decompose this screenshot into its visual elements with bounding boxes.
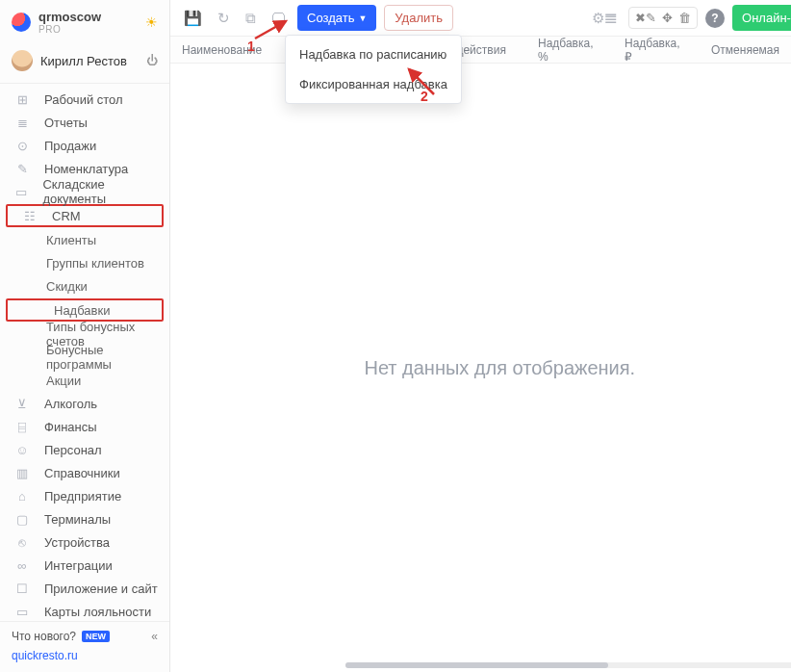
nav-item-icon: ⊞	[13, 92, 31, 107]
nav-item-icon: ▭	[13, 185, 29, 199]
nav-item-label: Отчеты	[44, 116, 88, 130]
nav-item-icon: ☐	[13, 582, 31, 596]
trash-icon[interactable]: 🗑	[678, 11, 691, 25]
nav-item-icon: ≣	[13, 116, 31, 130]
th-cancel[interactable]: Отменяемая	[700, 43, 791, 57]
main-area: 💾 ↻ ⧉ 🖵 Создать ▼ Удалить ⚙𝌆 ✖✎ ✥ 🗑 ? Он…	[170, 0, 791, 672]
site-link[interactable]: quickresto.ru	[12, 649, 158, 662]
user-avatar-icon	[12, 50, 33, 71]
help-icon[interactable]: ?	[705, 9, 725, 28]
nav-item-0[interactable]: ⊞Рабочий стол	[0, 88, 169, 111]
workspace-name: qrmoscow	[38, 10, 101, 24]
nav-item-1[interactable]: ≣Отчеты	[0, 111, 169, 134]
th-pct[interactable]: Надбавка, %	[526, 37, 613, 64]
nav-item-13[interactable]: ⊻Алкоголь	[0, 392, 169, 415]
nav-item-18[interactable]: ▢Терминалы	[0, 507, 169, 530]
annotation-number-1: 1	[247, 39, 255, 54]
nav-item-label: Интеграции	[44, 558, 113, 573]
sidebar: qrmoscow PRO ☀ Кирилл Рестов ⏻ ⊞Рабочий …	[0, 0, 170, 672]
nav-item-15[interactable]: ☺Персонал	[0, 438, 169, 461]
nav-item-label: Справочники	[44, 466, 120, 480]
table-header-row: Наименование Период действия Надбавка, %…	[170, 37, 791, 64]
nav-item-label: Бонусные программы	[46, 343, 160, 372]
caret-down-icon: ▼	[358, 13, 367, 23]
nav-item-icon: ▥	[13, 466, 31, 480]
annotation-arrow-1-icon	[253, 17, 292, 40]
nav-item-label: Устройства	[44, 535, 110, 550]
nav-item-21[interactable]: ☐Приложение и сайт	[0, 577, 169, 600]
nav-item-12[interactable]: Акции	[0, 369, 169, 392]
nav-item-22[interactable]: ▭Карты лояльности	[0, 600, 169, 621]
nav-item-label: Терминалы	[44, 512, 111, 527]
refresh-icon[interactable]: ↻	[214, 6, 234, 31]
current-user-row[interactable]: Кирилл Рестов ⏻	[0, 40, 169, 84]
nav-item-label: Складские документы	[42, 177, 160, 206]
empty-state: Нет данных для отображения.	[170, 64, 791, 672]
nav-item-8[interactable]: Скидки	[0, 274, 169, 297]
svg-line-0	[255, 21, 286, 39]
nav-item-icon: ▢	[13, 512, 31, 527]
nav-item-icon: ✎	[13, 162, 31, 176]
nav-item-icon: ☺	[13, 443, 31, 457]
nav-list: ⊞Рабочий стол≣Отчеты⊙Продажи✎Номенклатур…	[0, 84, 169, 621]
nav-item-20[interactable]: ∞Интеграции	[0, 554, 169, 577]
delete-button[interactable]: Удалить	[384, 5, 453, 31]
nav-item-16[interactable]: ▥Справочники	[0, 461, 169, 484]
nav-item-icon: ⊙	[13, 139, 31, 153]
nav-item-5[interactable]: ☷CRM	[6, 204, 164, 227]
nav-item-19[interactable]: ⎋Устройства	[0, 530, 169, 554]
user-name: Кирилл Рестов	[40, 54, 127, 68]
horizontal-scrollbar[interactable]	[345, 662, 791, 668]
move-icon[interactable]: ✥	[662, 11, 673, 25]
annotation-number-2: 2	[421, 89, 428, 104]
nav-item-icon: ▭	[13, 605, 31, 619]
scrollbar-thumb[interactable]	[345, 662, 608, 668]
nav-item-4[interactable]: ▭Складские документы	[0, 180, 169, 203]
workspace-plan: PRO	[38, 24, 101, 35]
whats-new-link[interactable]: Что нового?	[12, 630, 76, 643]
th-rub[interactable]: Надбавка, ₽	[613, 37, 700, 64]
nav-item-label: Карты лояльности	[44, 605, 151, 619]
create-button[interactable]: Создать ▼	[297, 5, 376, 31]
nav-item-label: Продажи	[44, 139, 96, 153]
create-button-label: Создать	[307, 11, 354, 25]
nav-item-icon: ⌂	[13, 489, 31, 504]
theme-toggle-icon[interactable]: ☀	[145, 14, 158, 30]
new-badge: NEW	[82, 631, 110, 642]
nav-item-icon: ⎋	[13, 535, 31, 550]
nav-item-label: Клиенты	[46, 233, 96, 247]
empty-state-text: Нет данных для отображения.	[364, 357, 635, 379]
nav-item-label: Акции	[46, 374, 81, 388]
nav-item-17[interactable]: ⌂Предприятие	[0, 484, 169, 507]
nav-item-14[interactable]: ⌸Финансы	[0, 415, 169, 438]
nav-item-label: Предприятие	[44, 489, 121, 504]
nav-item-icon: ⊻	[13, 397, 31, 411]
nav-item-label: Финансы	[44, 420, 97, 434]
sidebar-footer: Что нового? NEW « quickresto.ru	[0, 621, 169, 672]
nav-item-label: Алкоголь	[44, 397, 97, 411]
nav-item-6[interactable]: Клиенты	[0, 228, 169, 251]
nav-item-icon: ⌸	[13, 420, 31, 434]
nav-item-label: Приложение и сайт	[44, 582, 158, 596]
nav-item-11[interactable]: Бонусные программы	[0, 346, 169, 369]
nav-item-7[interactable]: Группы клиентов	[0, 251, 169, 274]
save-icon[interactable]: 💾	[180, 6, 206, 31]
view-tools-group: ✖✎ ✥ 🗑	[628, 7, 698, 29]
logout-icon[interactable]: ⏻	[146, 54, 158, 67]
settings-sliders-icon[interactable]: ⚙𝌆	[588, 6, 621, 31]
nav-item-icon: ∞	[13, 558, 31, 573]
nav-item-label: CRM	[52, 209, 81, 223]
online-chat-button[interactable]: Онлайн-чат	[732, 5, 791, 31]
collapse-sidebar-icon[interactable]: «	[151, 630, 158, 643]
app-logo-icon	[12, 13, 31, 32]
nav-item-label: Номенклатура	[44, 162, 128, 176]
nav-item-label: Скидки	[46, 279, 88, 294]
workspace-header: qrmoscow PRO ☀	[0, 0, 169, 40]
nav-item-label: Персонал	[44, 443, 102, 457]
nav-item-icon: ☷	[21, 209, 38, 223]
nav-item-label: Рабочий стол	[44, 92, 123, 107]
nav-item-label: Группы клиентов	[46, 256, 144, 271]
nav-item-2[interactable]: ⊙Продажи	[0, 134, 169, 157]
nav-item-9[interactable]: Надбавки	[6, 298, 164, 322]
tools-icon[interactable]: ✖✎	[635, 11, 656, 25]
